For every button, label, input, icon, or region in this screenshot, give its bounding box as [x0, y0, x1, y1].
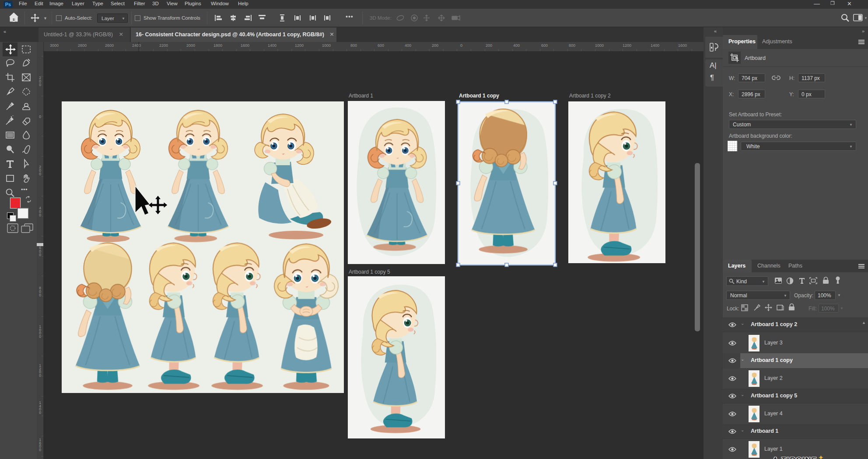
svg-text:Artboard 1 copy: Artboard 1 copy — [459, 93, 499, 99]
svg-text:Artboard 1 copy 2: Artboard 1 copy 2 — [569, 93, 611, 99]
svg-text:Artboard 1: Artboard 1 — [349, 93, 373, 99]
svg-text:Artboard 1 copy 5: Artboard 1 copy 5 — [349, 269, 390, 275]
